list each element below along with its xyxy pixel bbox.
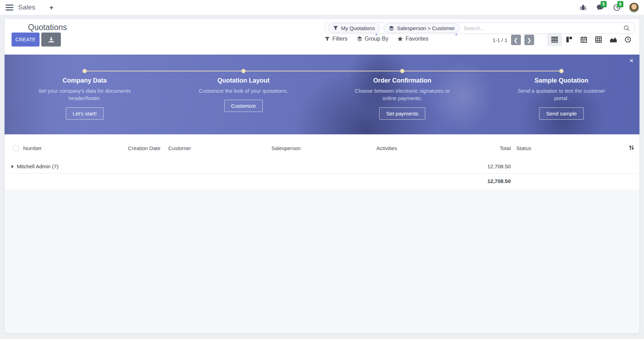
layers-icon <box>389 26 394 31</box>
lets-start-button[interactable]: Let's start! <box>66 107 104 120</box>
step-description: Send a quotation to test the customer po… <box>512 87 611 102</box>
timeline-dot <box>400 69 404 73</box>
send-sample-button[interactable]: Send sample <box>539 107 584 120</box>
search-facet-groupby[interactable]: Salesperson > Customer × <box>383 23 460 33</box>
favorites-label: Favorites <box>405 36 429 42</box>
onboarding-step-company-data: Company Data Set your company's data for… <box>27 77 142 120</box>
step-title: Order Confirmation <box>345 77 460 84</box>
optional-columns-button[interactable] <box>625 134 639 160</box>
search-facet-my-quotations[interactable]: My Quotations × <box>328 23 380 33</box>
messages-icon[interactable]: 5 <box>595 3 604 12</box>
layers-icon <box>357 36 362 42</box>
search-bar[interactable]: My Quotations × Salesperson > Customer × <box>325 22 635 34</box>
step-description: Customize the look of your quotations. <box>194 87 293 94</box>
column-header-creation-date[interactable]: Creation Date <box>125 134 165 160</box>
group-by-menu-button[interactable]: Group By <box>357 36 389 42</box>
view-switcher <box>547 33 635 46</box>
messages-badge: 5 <box>601 1 607 7</box>
list-view-icon <box>551 37 558 43</box>
apps-menu-icon[interactable] <box>6 5 13 10</box>
step-title: Sample Quotation <box>504 77 619 84</box>
table-footer-row: 12,708.50 <box>5 174 639 190</box>
favorites-menu-button[interactable]: Favorites <box>397 36 429 42</box>
group-label: Mitchell Admin (7) <box>17 163 58 169</box>
column-header-number[interactable]: Number <box>20 134 125 160</box>
create-button[interactable]: CREATE <box>12 33 40 47</box>
pager-next-button[interactable]: ❯ <box>524 35 534 45</box>
activities-badge: 6 <box>617 1 623 7</box>
debug-bug-icon[interactable] <box>579 3 588 12</box>
filters-label: Filters <box>332 36 348 42</box>
column-header-total[interactable]: Total <box>458 134 514 160</box>
pivot-view-icon <box>595 36 602 43</box>
column-header-activities[interactable]: Activities <box>374 134 458 160</box>
calendar-view-icon <box>581 36 587 43</box>
graph-view-button[interactable] <box>606 33 621 46</box>
activity-view-icon <box>625 36 631 43</box>
column-header-salesperson[interactable]: Salesperson <box>269 134 374 160</box>
onboarding-step-order-confirmation: Order Confirmation Choose between electr… <box>345 77 460 120</box>
download-icon <box>48 37 54 43</box>
column-header-customer[interactable]: Customer <box>165 134 269 160</box>
star-icon <box>397 36 403 42</box>
filter-icon <box>333 26 338 31</box>
activities-clock-icon[interactable]: 6 <box>612 3 621 12</box>
facet-label: Salesperson > Customer <box>397 25 455 31</box>
pager-previous-button[interactable]: ❮ <box>511 35 521 45</box>
step-title: Company Data <box>27 77 142 84</box>
quotations-list: Number Creation Date Customer Salesperso… <box>5 134 639 190</box>
filter-icon <box>325 36 330 42</box>
onboarding-step-quotation-layout: Quotation Layout Customize the look of y… <box>186 77 301 112</box>
onboarding-step-sample-quotation: Sample Quotation Send a quotation to tes… <box>504 77 619 120</box>
expand-caret-icon <box>12 165 14 168</box>
column-header-status[interactable]: Status <box>514 134 625 160</box>
list-view-button[interactable] <box>547 33 562 46</box>
activity-view-button[interactable] <box>621 33 635 46</box>
facet-label: My Quotations <box>341 25 375 31</box>
top-navbar: Sales + 5 6 <box>0 0 644 15</box>
app-name[interactable]: Sales <box>18 3 35 11</box>
control-panel: Quotations CREATE My Quotations × <box>5 19 639 55</box>
kanban-view-icon <box>566 36 572 43</box>
timeline-dot <box>241 69 246 73</box>
group-by-label: Group By <box>365 36 389 42</box>
add-tab-button[interactable]: + <box>49 4 54 11</box>
banner-close-icon[interactable]: × <box>629 57 634 64</box>
onboarding-timeline <box>85 71 561 71</box>
table-header-row: Number Creation Date Customer Salesperso… <box>5 134 639 160</box>
sliders-icon <box>629 145 634 150</box>
calendar-view-button[interactable] <box>576 33 591 46</box>
facet-remove-icon[interactable]: × <box>455 32 458 37</box>
search-input[interactable] <box>460 25 623 31</box>
action-panel: Quotations CREATE My Quotations × <box>5 19 639 333</box>
group-row-mitchell-admin[interactable]: Mitchell Admin (7) 12,708.50 <box>5 160 639 174</box>
graph-view-icon <box>610 37 617 42</box>
step-description: Choose between electronic signatures or … <box>353 87 452 102</box>
user-avatar[interactable] <box>629 2 639 13</box>
export-button[interactable] <box>41 33 61 47</box>
pager-range: 1-1 / 1 <box>493 37 508 43</box>
group-total: 12,708.50 <box>458 160 514 174</box>
select-all-checkbox[interactable] <box>13 145 19 151</box>
timeline-dot <box>83 69 87 73</box>
page-title: Quotations <box>28 23 67 32</box>
pivot-view-button[interactable] <box>591 33 606 46</box>
footer-total: 12,708.50 <box>458 174 514 190</box>
step-description: Set your company's data for documents he… <box>35 87 135 102</box>
kanban-view-button[interactable] <box>562 33 576 46</box>
step-title: Quotation Layout <box>186 77 301 84</box>
customize-button[interactable]: Customize <box>224 100 263 112</box>
filters-menu-button[interactable]: Filters <box>325 36 348 42</box>
set-payments-button[interactable]: Set payments <box>379 107 425 120</box>
onboarding-banner: Company Data Set your company's data for… <box>5 55 639 134</box>
timeline-dot <box>559 69 564 73</box>
magnifier-icon[interactable] <box>623 25 630 31</box>
